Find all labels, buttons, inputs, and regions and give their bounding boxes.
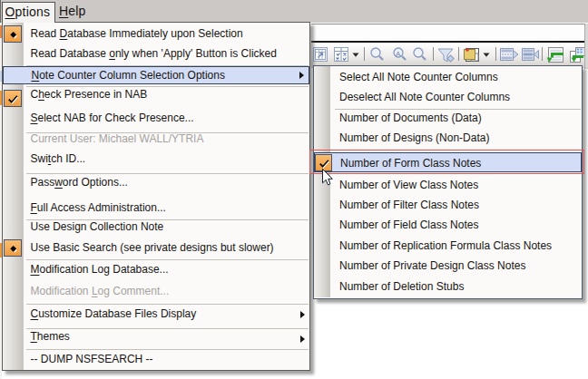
svg-text:A: A: [396, 50, 401, 58]
